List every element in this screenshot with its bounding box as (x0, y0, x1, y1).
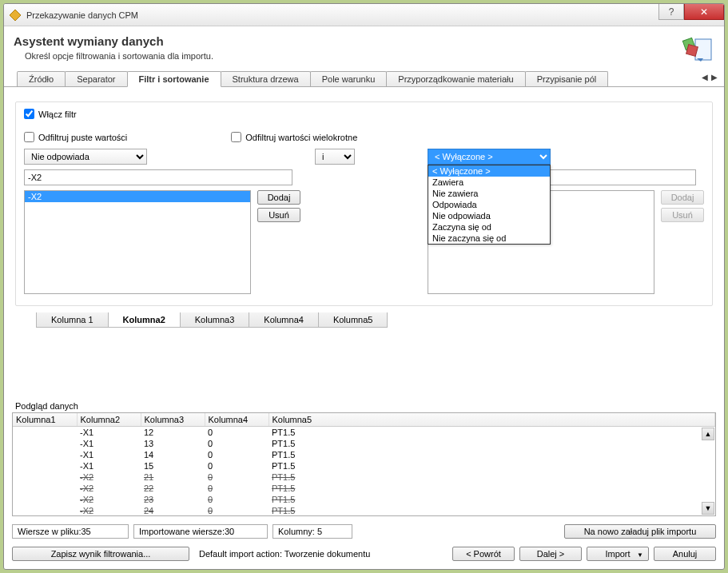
scroll-down-icon[interactable]: ▼ (702, 502, 714, 515)
close-button[interactable]: ✕ (684, 4, 724, 20)
filter-empty-label: Odfiltruj puste wartości (38, 133, 127, 142)
enable-filter-label: Włącz filtr (38, 109, 77, 119)
tab-scroll-right-icon[interactable]: ▶ (711, 73, 718, 82)
enable-filter-input[interactable] (24, 109, 34, 119)
filter-empty-input[interactable] (24, 132, 34, 142)
columns-status: Kolumny: 5 (273, 524, 352, 539)
table-row[interactable]: -X2240PT1.5 (13, 505, 715, 516)
preview-label: Podgląd danych (12, 401, 716, 411)
col-header[interactable]: Kolumna5 (269, 413, 715, 427)
subtab-col2[interactable]: Kolumna2 (108, 312, 181, 328)
option-not-contains[interactable]: Nie zawiera (428, 188, 550, 199)
table-cell: 0 (205, 449, 269, 460)
column-subtabs: Kolumna 1 Kolumna2 Kolumna3 Kolumna4 Kol… (36, 312, 713, 328)
tab-source[interactable]: Źródło (17, 71, 66, 86)
save-filter-result-button[interactable]: Zapisz wynik filtrowania... (12, 547, 189, 561)
right-condition-select[interactable]: < Wyłączone > (428, 149, 551, 165)
chevron-down-icon: ▼ (637, 551, 643, 559)
conjunction-select[interactable]: i (315, 149, 355, 165)
conjunction-group: i (307, 149, 421, 294)
enable-filter-checkbox[interactable]: Włącz filtr (24, 109, 77, 119)
footer: Zapisz wynik filtrowania... Default impo… (4, 542, 724, 569)
tab-scroll-left-icon[interactable]: ◀ (702, 73, 708, 82)
table-cell: 14 (141, 449, 205, 460)
table-cell: 0 (205, 483, 269, 494)
table-cell: -X1 (77, 460, 141, 472)
option-not-matches[interactable]: Nie odpowiada (428, 210, 550, 221)
left-values-list[interactable]: -X2 (24, 190, 251, 294)
table-cell (13, 494, 77, 505)
option-matches[interactable]: Odpowiada (428, 199, 550, 210)
app-icon (9, 9, 22, 22)
subtab-col1[interactable]: Kolumna 1 (36, 312, 109, 328)
help-button[interactable]: ? (658, 4, 684, 20)
subtab-col3[interactable]: Kolumna3 (180, 312, 250, 328)
subtab-col5[interactable]: Kolumna5 (318, 312, 388, 328)
table-cell: PT1.5 (269, 449, 715, 460)
header-subtitle: Określ opcje filtrowania i sortowania dl… (14, 51, 213, 61)
filter-multi-checkbox[interactable]: Odfiltruj wartości wielokrotne (231, 132, 357, 142)
import-button-label: Import (605, 549, 630, 559)
reload-import-button[interactable]: Na nowo załaduj plik importu (564, 524, 716, 539)
left-value-input[interactable] (24, 169, 292, 185)
tab-field-assignment[interactable]: Przypisanie pól (525, 71, 609, 86)
preview-grid[interactable]: Kolumna1 Kolumna2 Kolumna3 Kolumna4 Kolu… (12, 412, 716, 516)
window-title: Przekazywanie danych CPM (26, 10, 138, 20)
window-buttons: ? ✕ (658, 4, 724, 20)
filter-multi-input[interactable] (231, 132, 241, 142)
right-add-button[interactable]: Dodaj (661, 190, 704, 205)
table-row[interactable]: -X1130PT1.5 (13, 438, 715, 449)
option-contains[interactable]: Zawiera (428, 177, 550, 188)
table-row[interactable]: -X1140PT1.5 (13, 449, 715, 460)
option-starts-with[interactable]: Zaczyna się od (428, 221, 550, 233)
svg-marker-0 (10, 10, 21, 21)
table-row[interactable]: -X2230PT1.5 (13, 494, 715, 505)
table-cell: 23 (141, 494, 205, 505)
import-button[interactable]: Import▼ (587, 547, 649, 561)
table-row[interactable]: -X1120PT1.5 (13, 427, 715, 439)
table-cell: 12 (141, 427, 205, 439)
table-row[interactable]: -X1150PT1.5 (13, 460, 715, 472)
list-item[interactable]: -X2 (25, 191, 250, 202)
table-cell (13, 483, 77, 494)
titlebar: Przekazywanie danych CPM ? ✕ (4, 4, 724, 26)
table-cell: 0 (205, 505, 269, 516)
table-cell: -X2 (77, 494, 141, 505)
col-header[interactable]: Kolumna4 (205, 413, 269, 427)
right-condition-group: < Wyłączone > < Wyłączone > Zawiera Nie … (428, 149, 704, 294)
tab-filter-sort[interactable]: Filtr i sortowanie (127, 71, 221, 87)
table-cell: PT1.5 (269, 427, 715, 439)
table-cell: 13 (141, 438, 205, 449)
table-cell (13, 438, 77, 449)
tab-material-assignment[interactable]: Przyporządkowanie materiału (386, 71, 525, 86)
option-not-starts-with[interactable]: Nie zaczyna się od (428, 233, 550, 244)
tab-tree-structure[interactable]: Struktura drzewa (221, 71, 311, 86)
option-disabled[interactable]: < Wyłączone > (428, 165, 550, 177)
right-condition-dropdown[interactable]: < Wyłączone > Zawiera Nie zawiera Odpowi… (428, 165, 551, 245)
table-cell (13, 460, 77, 472)
tab-separator[interactable]: Separator (65, 71, 127, 86)
table-cell: PT1.5 (269, 438, 715, 449)
filter-empty-checkbox[interactable]: Odfiltruj puste wartości (24, 132, 127, 142)
left-add-button[interactable]: Dodaj (257, 190, 300, 205)
col-header[interactable]: Kolumna2 (77, 413, 141, 427)
main-tabs: Źródło Separator Filtr i sortowanie Stru… (4, 71, 724, 87)
table-row[interactable]: -X2220PT1.5 (13, 483, 715, 494)
table-cell: -X2 (77, 505, 141, 516)
left-condition-select[interactable]: Nie odpowiada (24, 149, 147, 165)
next-button[interactable]: Dalej > (519, 547, 582, 561)
cancel-button[interactable]: Anuluj (654, 547, 716, 561)
left-condition-group: Nie odpowiada -X2 Dodaj Usuń (24, 149, 300, 294)
left-remove-button[interactable]: Usuń (257, 208, 300, 222)
table-row[interactable]: -X2210PT1.5 (13, 472, 715, 483)
scroll-up-icon[interactable]: ▲ (702, 428, 714, 440)
col-header[interactable]: Kolumna3 (141, 413, 205, 427)
col-header[interactable]: Kolumna1 (13, 413, 77, 427)
table-cell: 24 (141, 505, 205, 516)
subtab-col4[interactable]: Kolumna4 (249, 312, 319, 328)
default-action-label: Default import action: Tworzenie dokumen… (199, 549, 370, 559)
right-remove-button[interactable]: Usuń (661, 208, 704, 222)
back-button[interactable]: < Powrót (452, 547, 515, 561)
imported-rows-status: Importowane wiersze:30 (133, 524, 268, 539)
tab-condition-field[interactable]: Pole warunku (310, 71, 388, 86)
